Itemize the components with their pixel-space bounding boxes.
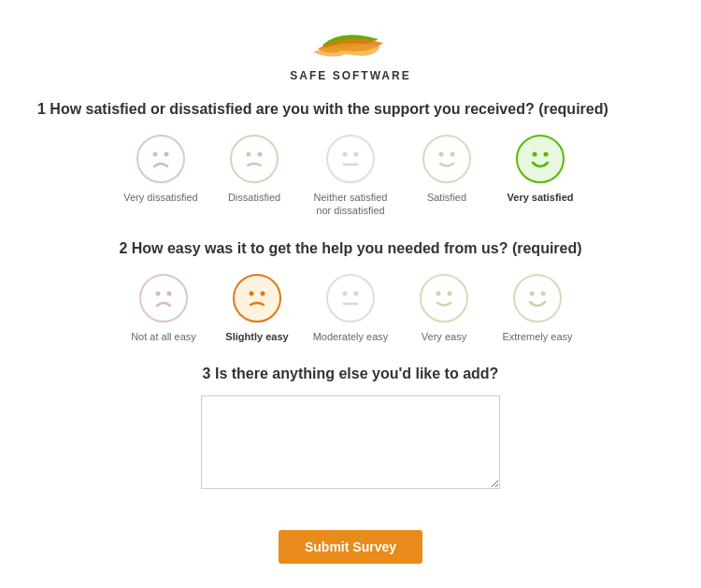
- svg-point-12: [250, 291, 254, 295]
- option-not-at-all-easy[interactable]: Not at all easy: [117, 274, 210, 343]
- option-very-easy[interactable]: Very easy: [397, 274, 491, 343]
- smiley-face-slightly-easy: [233, 274, 281, 323]
- option-label-not-at-all-easy: Not at all easy: [131, 330, 196, 343]
- svg-point-10: [156, 291, 161, 295]
- svg-point-3: [258, 152, 263, 157]
- smiley-face-extremely-easy: [513, 274, 562, 323]
- svg-point-8: [533, 152, 537, 157]
- question2-title: 2 How easy was it to get the help you ne…: [37, 240, 664, 257]
- svg-point-11: [167, 291, 172, 295]
- option-label-very-satisfied: Very satisfied: [508, 191, 574, 204]
- additional-comments-input[interactable]: [201, 395, 500, 489]
- option-dissatisfied[interactable]: Dissatisfied: [207, 135, 301, 204]
- svg-point-14: [343, 291, 348, 295]
- smiley-face-satisfied: [422, 135, 471, 183]
- option-slightly-easy[interactable]: Slightly easy: [210, 274, 304, 343]
- page-container: SAFE SOFTWARE 1 How satisfied or dissati…: [0, 0, 701, 588]
- option-label-very-dissatisfied: Very dissatisfied: [123, 191, 197, 204]
- question2-block: 2 How easy was it to get the help you ne…: [37, 240, 664, 343]
- svg-point-18: [530, 291, 535, 295]
- svg-point-5: [354, 152, 359, 157]
- question1-block: 1 How satisfied or dissatisfied are you …: [37, 101, 664, 218]
- option-label-neutral: Neither satisfied nor dissatisfied: [308, 191, 393, 218]
- svg-point-15: [354, 291, 359, 295]
- svg-point-4: [343, 152, 348, 157]
- option-satisfied[interactable]: Satisfied: [400, 135, 494, 204]
- option-very-satisfied[interactable]: Very satisfied: [494, 135, 587, 204]
- option-moderately-easy[interactable]: Moderately easy: [304, 274, 397, 343]
- svg-point-9: [544, 152, 549, 157]
- option-neutral[interactable]: Neither satisfied nor dissatisfied: [301, 135, 400, 218]
- svg-point-1: [165, 152, 169, 157]
- option-label-satisfied: Satisfied: [427, 191, 466, 204]
- logo-area: SAFE SOFTWARE: [290, 19, 410, 82]
- smiley-face-very-dissatisfied: [136, 135, 185, 183]
- svg-point-19: [541, 291, 546, 295]
- svg-point-13: [261, 291, 265, 295]
- smiley-face-not-at-all-easy: [139, 274, 188, 323]
- option-label-dissatisfied: Dissatisfied: [228, 191, 280, 204]
- smiley-face-very-easy: [420, 274, 468, 323]
- submit-survey-button[interactable]: Submit Survey: [279, 530, 422, 564]
- option-label-extremely-easy: Extremely easy: [502, 330, 572, 343]
- question3-block: 3 Is there anything else you'd like to a…: [37, 366, 664, 508]
- svg-point-0: [153, 152, 158, 157]
- question1-options: Very dissatisfiedDissatisfiedNeither sat…: [37, 135, 664, 218]
- textarea-container: [37, 395, 664, 489]
- svg-point-2: [247, 152, 251, 157]
- question3-title: 3 Is there anything else you'd like to a…: [37, 366, 664, 382]
- smiley-face-very-satisfied: [516, 135, 565, 183]
- svg-point-7: [451, 152, 455, 157]
- logo-text: SAFE SOFTWARE: [290, 69, 410, 82]
- svg-point-6: [439, 152, 444, 157]
- question2-options: Not at all easySlightly easyModerately e…: [37, 274, 664, 343]
- smiley-face-dissatisfied: [230, 135, 279, 183]
- question1-title: 1 How satisfied or dissatisfied are you …: [37, 101, 664, 118]
- svg-point-16: [436, 291, 441, 295]
- option-label-moderately-easy: Moderately easy: [313, 330, 389, 343]
- smiley-face-neutral: [326, 135, 375, 183]
- smiley-face-moderately-easy: [326, 274, 375, 323]
- option-very-dissatisfied[interactable]: Very dissatisfied: [114, 135, 207, 204]
- safe-software-logo: [294, 19, 407, 65]
- option-label-slightly-easy: Slightly easy: [225, 330, 288, 343]
- svg-point-17: [448, 291, 452, 295]
- option-extremely-easy[interactable]: Extremely easy: [491, 274, 584, 343]
- option-label-very-easy: Very easy: [422, 330, 466, 343]
